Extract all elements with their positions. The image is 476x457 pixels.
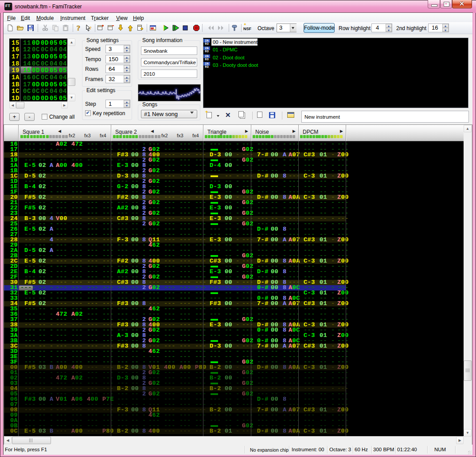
- svg-text:?: ?: [77, 24, 81, 31]
- svg-text:?: ?: [90, 26, 92, 31]
